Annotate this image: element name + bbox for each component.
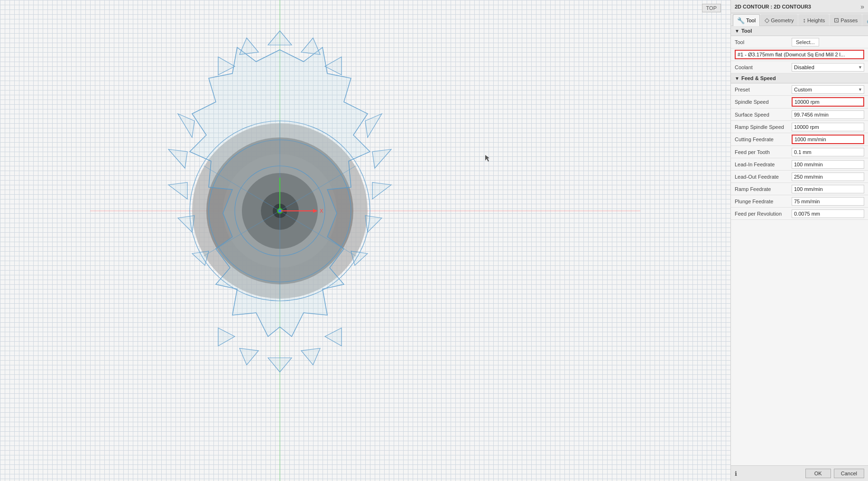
tool-select-wrapper: Select... <box>792 38 864 46</box>
svg-marker-16 <box>168 182 187 199</box>
right-panel: 2D CONTOUR : 2D CONTOUR3 » 🔧 Tool ◇ Geom… <box>730 0 868 481</box>
svg-marker-28 <box>325 328 342 346</box>
tab-geometry[interactable]: ◇ Geometry <box>760 14 798 26</box>
spindle-speed-input[interactable] <box>792 97 864 107</box>
coolant-label: Coolant <box>735 64 792 70</box>
preset-select-wrapper: Custom Roughing Finishing ▼ <box>792 85 864 94</box>
svg-marker-15 <box>168 149 187 168</box>
ok-button[interactable]: OK <box>805 469 831 478</box>
tab-passes[interactable]: ⊡ Passes <box>830 14 862 26</box>
svg-marker-14 <box>178 114 194 137</box>
ramp-spindle-speed-row: Ramp Spindle Speed <box>731 121 868 133</box>
surface-speed-row: Surface Speed <box>731 109 868 121</box>
plunge-feedrate-input[interactable] <box>792 197 864 206</box>
coolant-row: Coolant Disabled Flood Mist Through Tool… <box>731 61 868 73</box>
main-container: TOP <box>0 0 868 481</box>
tab-linking[interactable]: 🔗 Linking <box>862 14 868 26</box>
gear-canvas: X <box>0 0 730 481</box>
panel-header: 2D CONTOUR : 2D CONTOUR3 » <box>731 0 868 13</box>
tab-geometry-label: Geometry <box>771 18 794 23</box>
ramp-feedrate-label: Ramp Feedrate <box>735 186 792 192</box>
tool-section-arrow: ▼ <box>735 28 739 34</box>
spindle-speed-row: Spindle Speed <box>731 96 868 109</box>
preset-select[interactable]: Custom Roughing Finishing <box>792 85 864 94</box>
feed-per-tooth-row: Feed per Tooth <box>731 146 868 158</box>
lead-in-feedrate-label: Lead-In Feedrate <box>735 162 792 167</box>
lead-out-feedrate-label: Lead-Out Feedrate <box>735 174 792 180</box>
geometry-tab-icon: ◇ <box>765 17 769 24</box>
feed-per-tooth-label: Feed per Tooth <box>735 149 792 155</box>
svg-point-42 <box>278 209 281 212</box>
tool-section-header[interactable]: ▼ Tool <box>731 26 868 36</box>
panel-content: ▼ Tool Tool Select... Coolant Disabled <box>731 26 868 465</box>
ramp-feedrate-row: Ramp Feedrate <box>731 183 868 195</box>
feed-per-revolution-label: Feed per Revolution <box>735 211 792 217</box>
lead-out-feedrate-row: Lead-Out Feedrate <box>731 171 868 183</box>
svg-marker-20 <box>372 149 391 168</box>
tool-tab-icon: 🔧 <box>737 17 745 24</box>
feed-speed-section-header[interactable]: ▼ Feed & Speed <box>731 73 868 83</box>
feed-per-revolution-row: Feed per Revolution <box>731 208 868 220</box>
feed-speed-section-arrow: ▼ <box>735 76 739 81</box>
svg-marker-10 <box>240 38 259 54</box>
svg-marker-26 <box>301 348 320 365</box>
svg-marker-19 <box>365 114 382 137</box>
heights-tab-icon: ↕ <box>803 17 806 24</box>
tab-tool-label: Tool <box>746 18 756 23</box>
ramp-spindle-speed-input[interactable] <box>792 123 864 131</box>
svg-marker-27 <box>218 328 235 346</box>
tool-name-input[interactable] <box>735 50 864 59</box>
lead-out-feedrate-input[interactable] <box>792 172 864 181</box>
cursor-position <box>481 154 491 165</box>
cancel-button[interactable]: Cancel <box>834 469 864 478</box>
tab-heights-label: Heights <box>807 18 825 23</box>
tabs-row: 🔧 Tool ◇ Geometry ↕ Heights ⊡ Passes 🔗 L… <box>731 13 868 26</box>
viewport: TOP <box>0 0 730 481</box>
plunge-feedrate-label: Plunge Feedrate <box>735 199 792 204</box>
panel-footer: ℹ OK Cancel <box>731 465 868 481</box>
tab-passes-label: Passes <box>840 18 858 23</box>
feed-per-revolution-input[interactable] <box>792 209 864 218</box>
preset-row: Preset Custom Roughing Finishing ▼ <box>731 83 868 96</box>
ramp-spindle-speed-label: Ramp Spindle Speed <box>735 124 792 130</box>
cutting-feedrate-row: Cutting Feedrate <box>731 133 868 146</box>
svg-marker-9 <box>268 31 292 45</box>
cutting-feedrate-input[interactable] <box>792 135 864 144</box>
lead-in-feedrate-input[interactable] <box>792 160 864 169</box>
tab-tool[interactable]: 🔧 Tool <box>733 14 760 26</box>
cutting-feedrate-label: Cutting Feedrate <box>735 136 792 142</box>
tab-heights[interactable]: ↕ Heights <box>798 14 829 26</box>
tool-row: Tool Select... <box>731 36 868 48</box>
coolant-select-wrapper: Disabled Flood Mist Through Tool ▼ <box>792 63 864 72</box>
plunge-feedrate-row: Plunge Feedrate <box>731 195 868 208</box>
tool-select-button[interactable]: Select... <box>792 38 819 46</box>
svg-marker-25 <box>240 348 259 365</box>
svg-marker-24 <box>268 358 292 372</box>
spindle-speed-label: Spindle Speed <box>735 99 792 105</box>
panel-title: 2D CONTOUR : 2D CONTOUR3 <box>735 4 811 9</box>
x-axis-label: X <box>320 208 323 214</box>
svg-marker-21 <box>372 182 391 199</box>
lead-in-feedrate-row: Lead-In Feedrate <box>731 158 868 171</box>
svg-marker-11 <box>301 38 320 54</box>
surface-speed-input[interactable] <box>792 110 864 119</box>
passes-tab-icon: ⊡ <box>834 17 839 24</box>
surface-speed-label: Surface Speed <box>735 112 792 118</box>
tool-name-row <box>731 48 868 61</box>
ramp-feedrate-input[interactable] <box>792 185 864 193</box>
tool-field-label: Tool <box>735 39 792 45</box>
info-icon[interactable]: ℹ <box>735 470 737 477</box>
panel-expand-button[interactable]: » <box>860 3 864 10</box>
preset-label: Preset <box>735 87 792 92</box>
feed-speed-section-label: Feed & Speed <box>741 75 776 81</box>
tool-section-label: Tool <box>741 28 752 34</box>
coolant-select[interactable]: Disabled Flood Mist Through Tool <box>792 63 864 72</box>
feed-per-tooth-input[interactable] <box>792 148 864 156</box>
